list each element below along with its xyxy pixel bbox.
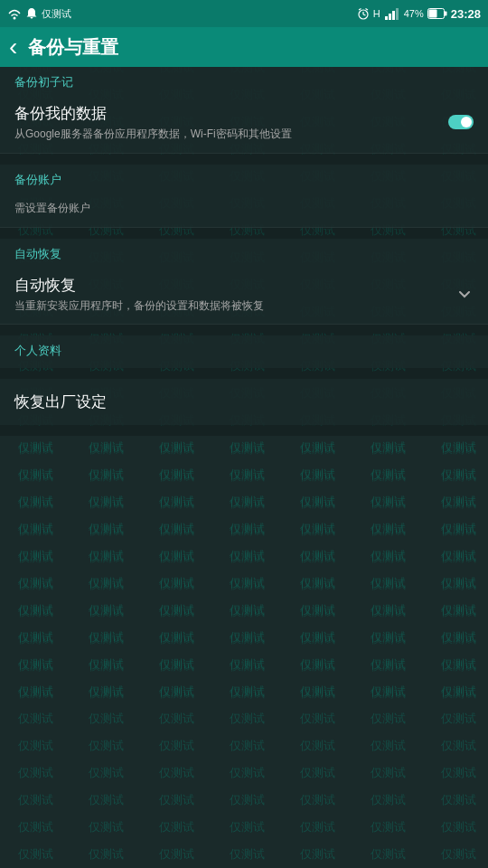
backup-account-header: 备份账户 (0, 165, 488, 190)
status-right: H 47% 23:28 (357, 7, 481, 21)
backup-data-desc: 从Google服务器备份应用程序数据，Wi-Fi密码和其他设置 (14, 127, 292, 142)
wifi-icon (7, 7, 22, 20)
gap-4 (0, 368, 488, 379)
backup-data-item[interactable]: 备份我的数据 从Google服务器备份应用程序数据，Wi-Fi密码和其他设置 (0, 92, 488, 154)
svg-point-0 (14, 17, 16, 20)
auto-restore-title: 自动恢复 (14, 275, 264, 296)
svg-rect-9 (444, 12, 446, 16)
auto-restore-item[interactable]: 自动恢复 当重新安装应用程序时，备份的设置和数据将被恢复 (0, 264, 488, 326)
backup-account-desc: 需设置备份账户 (14, 201, 474, 216)
svg-rect-10 (428, 10, 436, 18)
my-data-section: 个人资料 (0, 335, 488, 368)
auto-restore-header: 自动恢复 (0, 239, 488, 264)
back-button[interactable]: ‹ (9, 34, 17, 60)
status-left-text: 仅测试 (42, 7, 71, 21)
svg-rect-6 (392, 11, 395, 20)
restore-factory-title: 恢复出厂设定 (14, 392, 474, 412)
signal-text: H (373, 8, 380, 19)
status-bar: 仅测试 H 47% 23:28 (0, 0, 488, 27)
svg-line-3 (363, 14, 366, 15)
status-left: 仅测试 (7, 7, 71, 21)
battery-icon (427, 8, 447, 19)
alarm-icon (357, 7, 370, 20)
backup-account-section: 备份账户 需设置备份账户 (0, 165, 488, 228)
battery-text: 47% (404, 8, 424, 19)
page-title: 备份与重置 (28, 35, 118, 60)
backup-data-section: 备份初子记 备份我的数据 从Google服务器备份应用程序数据，Wi-Fi密码和… (0, 67, 488, 154)
backup-account-item[interactable]: 需设置备份账户 (0, 190, 488, 228)
gap-5 (0, 425, 488, 436)
svg-rect-7 (396, 8, 399, 20)
nav-bar: ‹ 备份与重置 (0, 27, 488, 67)
my-data-header: 个人资料 (0, 335, 488, 361)
gap-1 (0, 154, 488, 165)
chevron-down-icon (455, 285, 474, 303)
time-display: 23:28 (451, 7, 481, 21)
svg-rect-4 (385, 16, 388, 20)
content-area: 备份初子记 备份我的数据 从Google服务器备份应用程序数据，Wi-Fi密码和… (0, 67, 488, 868)
bottom-filler: const filler = document.querySelector('[… (0, 436, 488, 707)
gap-3 (0, 325, 488, 335)
backup-data-title: 备份我的数据 (14, 103, 292, 124)
gap-2 (0, 228, 488, 239)
notification-icon (25, 7, 38, 20)
signal-icon (384, 7, 400, 20)
svg-rect-5 (389, 14, 391, 20)
auto-restore-desc: 当重新安装应用程序时，备份的设置和数据将被恢复 (14, 298, 264, 314)
restore-factory-section[interactable]: 恢复出厂设定 (0, 379, 488, 425)
auto-restore-section: 自动恢复 自动恢复 当重新安装应用程序时，备份的设置和数据将被恢复 (0, 239, 488, 326)
backup-data-toggle[interactable] (448, 115, 474, 129)
backup-data-header: 备份初子记 (0, 67, 488, 92)
